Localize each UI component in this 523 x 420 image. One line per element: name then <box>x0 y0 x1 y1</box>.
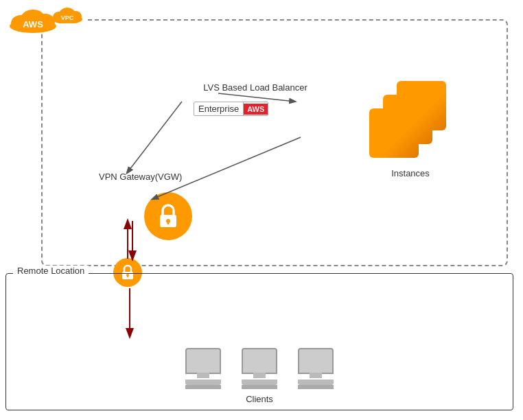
enterprise-aws-box: Enterprise AWS <box>194 102 268 116</box>
lvs-label: LVS Based Load Balancer <box>194 82 317 93</box>
aws-cloud-icon: AWS <box>5 7 60 33</box>
instances-group: Instances <box>369 81 452 163</box>
vpn-gateway-label: VPN Gateway(VGW) <box>99 172 182 182</box>
remote-location-label: Remote Location <box>13 266 89 276</box>
vpc-box: VPC LVS Based Load Balancer Enterprise A… <box>41 19 508 266</box>
monitor-stand-3 <box>298 385 334 389</box>
vpn-gateway-icon <box>144 192 192 240</box>
monitor-screen-2 <box>242 348 277 374</box>
monitor-screen-3 <box>298 348 334 374</box>
client-computer-1 <box>185 348 221 389</box>
svg-text:AWS: AWS <box>23 19 43 30</box>
instances-label: Instances <box>391 168 430 178</box>
clients-group <box>185 348 334 389</box>
clients-label: Clients <box>246 394 273 404</box>
vpn-gateway-label-text: VPN Gateway(VGW) <box>99 172 182 182</box>
monitor-stand-2 <box>242 385 277 389</box>
aws-small-badge: AWS <box>244 104 268 115</box>
diagram-container: AWS VPC LVS Based Load Balancer Enterpri… <box>0 0 523 420</box>
remote-location-box: Remote Location Clients <box>5 273 513 410</box>
monitor-stand-1 <box>185 385 221 389</box>
monitor-screen-1 <box>185 348 221 374</box>
lvs-label-text: LVS Based Load Balancer <box>203 82 307 93</box>
svg-text:VPC: VPC <box>61 14 74 21</box>
monitor-base-3 <box>298 380 334 385</box>
client-computer-3 <box>298 348 334 389</box>
monitor-base-1 <box>185 380 221 385</box>
monitor-base-2 <box>242 380 277 385</box>
instance-block-3 <box>369 108 419 158</box>
svg-rect-12 <box>167 221 170 224</box>
client-computer-2 <box>242 348 277 389</box>
enterprise-text: Enterprise <box>194 102 244 115</box>
lock-icon <box>156 202 181 230</box>
